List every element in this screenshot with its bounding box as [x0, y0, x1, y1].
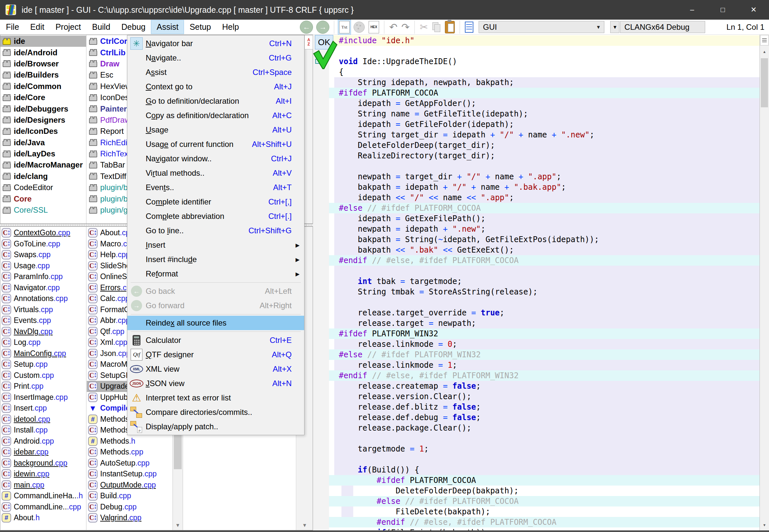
menu-item-interpret-text-as-error-list[interactable]: ⚠Interpret text as error list — [127, 391, 304, 405]
menubar-item-build[interactable]: Build — [87, 20, 116, 34]
menu-item-context-go-to[interactable]: Context go toAlt+J — [127, 80, 304, 94]
menubar-item-debug[interactable]: Debug — [116, 20, 151, 34]
menu-item-navigator-window[interactable]: Navigator window..Ctrl+J — [127, 151, 304, 166]
package-item-ide-clang[interactable]: ide/clang — [0, 171, 86, 182]
file-item-build-cpp[interactable]: C++Build.cpp — [87, 490, 172, 502]
file-item-about-h[interactable]: #About.h — [0, 512, 86, 523]
file-item-android-cpp[interactable]: C++Android.cpp — [0, 436, 86, 447]
editor-scrollbar[interactable]: ▴ ▾ — [760, 35, 769, 530]
menu-item-insert[interactable]: Insert▶ — [127, 238, 304, 252]
code-area[interactable]: #include "ide.h"void Ide::UpgradeTheIDE(… — [329, 35, 760, 530]
file-item-log-cpp[interactable]: C++Log.cpp — [0, 337, 86, 348]
code-editor[interactable]: #include "ide.h"void Ide::UpgradeTheIDE(… — [313, 35, 760, 530]
file-item-annotations-cpp[interactable]: C++Annotations.cpp — [0, 293, 86, 304]
cut-button[interactable]: ✂ — [420, 22, 428, 32]
go-forward-button[interactable]: → — [316, 21, 329, 34]
file-item-commandline-cpp[interactable]: C++CommandLine...cpp — [0, 502, 86, 513]
menu-item-navigator-bar[interactable]: ✳Navigator barCtrl+N — [127, 36, 304, 51]
menu-item-insert-include[interactable]: Insert #include▶ — [127, 252, 304, 267]
package-item-ide-browser[interactable]: ide/Browser — [0, 58, 86, 69]
menu-item-reformat[interactable]: Reformat▶ — [127, 267, 304, 281]
package-item-ide-icondes[interactable]: ide/IconDes — [0, 126, 86, 137]
file-item-autosetup-cpp[interactable]: C++AutoSetup.cpp — [87, 458, 172, 469]
maximize-button[interactable]: □ — [707, 0, 738, 20]
menu-item-navigate[interactable]: Navigate..Ctrl+G — [127, 51, 304, 65]
file-item-setup-cpp[interactable]: C++Setup.cpp — [0, 359, 86, 370]
minimize-button[interactable]: – — [677, 0, 707, 20]
package-item-codeeditor[interactable]: CodeEditor — [0, 182, 86, 193]
file-item-debug-cpp[interactable]: C++Debug.cpp — [87, 502, 172, 513]
designer-mode-button[interactable] — [353, 22, 365, 33]
file-item-custom-cpp[interactable]: C++Custom.cpp — [0, 370, 86, 381]
package-item-ide-core[interactable]: ide/Core — [0, 92, 86, 103]
file-item-navdlg-cpp[interactable]: C++NavDlg.cpp — [0, 326, 86, 337]
paste-button[interactable] — [445, 21, 455, 33]
menu-item-display-apply-patch[interactable]: PDisplay/apply patch.. — [127, 419, 304, 434]
file-item-mainconfig-cpp[interactable]: C++MainConfig.cpp — [0, 348, 86, 359]
copy-button[interactable] — [433, 22, 440, 32]
file-item-idebar-cpp[interactable]: C++idebar.cpp — [0, 447, 86, 458]
file-item-outputmode-cpp[interactable]: C++OutputMode.cpp — [87, 480, 172, 491]
annotations-button[interactable] — [760, 35, 769, 45]
combo-arrow-icon[interactable]: ▼ — [593, 24, 604, 30]
scrollbar-down-icon[interactable]: ▾ — [760, 519, 769, 530]
menu-item-usage-of-current-function[interactable]: Usage of current functionAlt+Shift+U — [127, 137, 304, 151]
file-item-events-cpp[interactable]: C++Events.cpp — [0, 315, 86, 326]
file-item-idewin-cpp[interactable]: C++idewin.cpp — [0, 469, 86, 480]
menu-item-compare-directories-commits[interactable]: Compare directories/commits.. — [127, 405, 304, 419]
file-item-methods-cpp[interactable]: C++Methods.cpp — [87, 447, 172, 458]
file-item-instantsetup-cpp[interactable]: C++InstantSetup.cpp — [87, 469, 172, 480]
package-item-ide[interactable]: ide — [0, 36, 86, 47]
file-item-swaps-cpp[interactable]: C++Swaps.cpp — [0, 249, 86, 260]
sort-az-button[interactable]: AZ — [304, 35, 313, 49]
file-item-install-cpp[interactable]: C++Install.cpp — [0, 425, 86, 436]
menu-item-copy-as-definition-declaration[interactable]: Copy as definition/declarationAlt+C — [127, 108, 304, 123]
scrollbar-down-icon[interactable]: ▾ — [296, 522, 313, 529]
file-item-valgrind-cpp[interactable]: C++Valgrind.cpp — [87, 512, 172, 523]
file-item-commandlineha-h[interactable]: #CommandLineHa...h — [0, 490, 86, 502]
menu-item-complete-abbreviation[interactable]: Complete abbreviationCtrl+[.] — [127, 209, 304, 223]
menu-item-go-back[interactable]: ←Go backAlt+Left — [127, 284, 304, 298]
hex-view-mode-button[interactable]: HEX — [367, 20, 380, 34]
file-item-insertimage-cpp[interactable]: C++InsertImage.cpp — [0, 392, 86, 403]
menubar-item-assist[interactable]: Assist — [151, 20, 184, 34]
package-item-ide-java[interactable]: ide/Java — [0, 137, 86, 148]
menu-item-go-to-line[interactable]: Go to line..Ctrl+Shift+G — [127, 223, 304, 238]
package-item-ide-macromanager[interactable]: ide/MacroManager — [0, 159, 86, 170]
menubar-item-project[interactable]: Project — [50, 20, 86, 34]
menu-item-xml-view[interactable]: XMLXML viewAlt+X — [127, 362, 304, 376]
file-item-virtuals-cpp[interactable]: C++Virtuals.cpp — [0, 304, 86, 315]
menu-item-usage[interactable]: UsageAlt+U — [127, 123, 304, 137]
menu-item-json-view[interactable]: JSONJSON viewAlt+N — [127, 376, 304, 391]
package-item-ide-common[interactable]: ide/Common — [0, 81, 86, 92]
file-item-usage-cpp[interactable]: C++Usage.cpp — [0, 260, 86, 272]
close-button[interactable]: ✕ — [738, 0, 769, 20]
package-item-ide-designers[interactable]: ide/Designers — [0, 115, 86, 126]
package-item-ide-builders[interactable]: ide/Builders — [0, 69, 86, 80]
menubar-item-help[interactable]: Help — [217, 20, 244, 34]
text-editor-mode-button[interactable]: Txt — [338, 20, 350, 34]
file-item-main-cpp[interactable]: C++main.cpp — [0, 480, 86, 491]
package-item-core-ssl[interactable]: Core/SSL — [0, 204, 86, 216]
edit-as-text-button[interactable] — [465, 22, 474, 33]
file-item-gotoline-cpp[interactable]: C++GoToLine.cpp — [0, 239, 86, 250]
file-item-background-cpp[interactable]: C++background.cpp — [0, 458, 86, 469]
menu-item-assist[interactable]: AssistCtrl+Space — [127, 65, 304, 80]
scrollbar-thumb[interactable] — [761, 58, 768, 107]
file-item-paraminfo-cpp[interactable]: C++ParamInfo.cpp — [0, 271, 86, 282]
menu-item-go-forward[interactable]: →Go forwardAlt+Right — [127, 298, 304, 313]
menu-item-complete-identifier[interactable]: Complete identifierCtrl+[,] — [127, 195, 304, 209]
package-item-ide-debuggers[interactable]: ide/Debuggers — [0, 103, 86, 114]
menubar-item-edit[interactable]: Edit — [25, 20, 49, 34]
menu-item-qtf-designer[interactable]: QtfQTF designerAlt+Q — [127, 347, 304, 362]
file-item-methods-h[interactable]: #Methods.h — [87, 436, 172, 447]
file-item-idetool-cpp[interactable]: C++idetool.cpp — [0, 414, 86, 425]
go-back-button[interactable]: ← — [300, 21, 313, 34]
main-config-combo[interactable]: GUI ▼ — [479, 21, 604, 33]
scrollbar-up-icon[interactable]: ▴ — [760, 46, 769, 57]
file-item-contextgoto-cpp[interactable]: C++ContextGoto.cpp — [0, 227, 86, 239]
redo-button[interactable]: ↷ — [402, 22, 410, 32]
build-method-combo[interactable]: CLANGx64 Debug — [620, 21, 705, 33]
menu-item-virtual-methods[interactable]: Virtual methods..Alt+V — [127, 166, 304, 180]
menu-item-calculator[interactable]: CalculatorCtrl+E — [127, 333, 304, 347]
